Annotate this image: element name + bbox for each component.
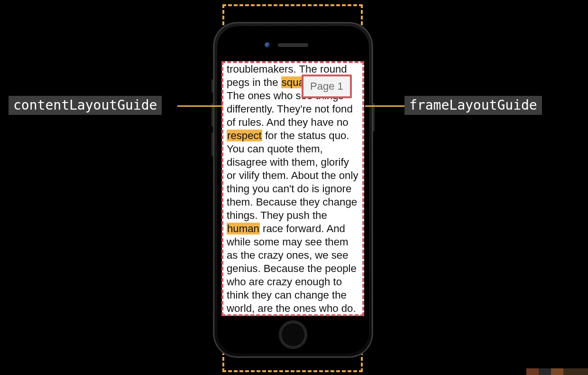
phone-volume-down (211, 132, 213, 156)
diagram-stage: troublemakers. The round pegs in the squ… (0, 0, 588, 375)
phone-power-button (373, 103, 375, 131)
front-camera-icon (265, 42, 270, 48)
frame-layout-guide-rect (221, 61, 364, 316)
content-layout-guide-label: contentLayoutGuide (9, 96, 162, 115)
frame-guide-connector (365, 105, 405, 107)
page-indicator-badge: Page 1 (302, 75, 352, 98)
video-scrubber-artifact (526, 368, 588, 375)
phone-mute-switch (211, 79, 213, 93)
frame-layout-guide-label: frameLayoutGuide (404, 96, 542, 115)
content-guide-connector (177, 105, 223, 107)
earpiece-speaker-icon (278, 43, 308, 47)
home-button-icon[interactable] (279, 320, 307, 349)
